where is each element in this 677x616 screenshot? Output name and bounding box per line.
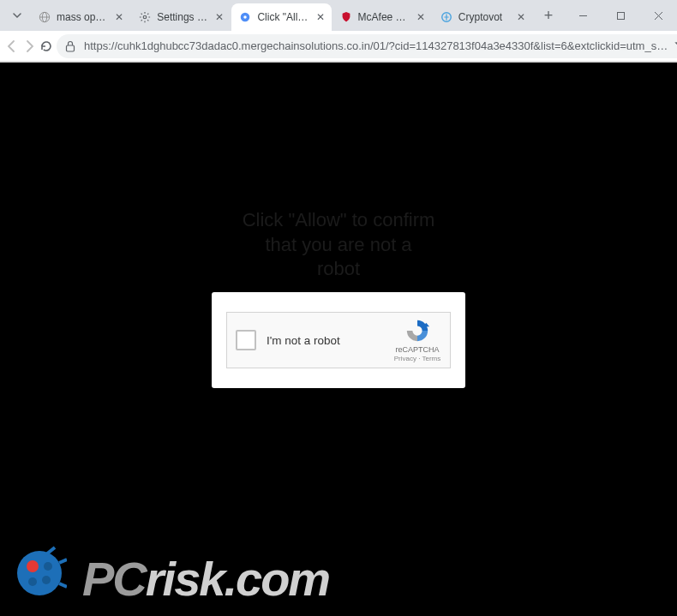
recaptcha-widget: I'm not a robot reCAPTCHA Privacy · Term… <box>226 312 451 368</box>
reload-button[interactable] <box>39 34 53 58</box>
svg-rect-8 <box>617 12 624 19</box>
gear-icon <box>138 10 152 24</box>
svg-point-16 <box>27 560 39 572</box>
tab-cryptovot[interactable]: Cryptovot ✕ <box>433 3 532 31</box>
toolbar: https://cuhk1dghubcc73dadac0.mergechains… <box>0 31 677 62</box>
close-icon[interactable]: ✕ <box>113 11 125 23</box>
tab-title: Settings - Notif <box>157 11 208 23</box>
close-icon[interactable]: ✕ <box>415 11 427 23</box>
shield-icon <box>339 10 353 24</box>
watermark-prefix: PC <box>82 552 146 606</box>
lock-icon <box>65 40 77 52</box>
maximize-icon <box>616 11 626 21</box>
tab-title: Click "Allow" <box>257 11 309 23</box>
logo-icon <box>12 546 67 612</box>
address-bar[interactable]: https://cuhk1dghubcc73dadac0.mergechains… <box>57 34 677 58</box>
back-button[interactable] <box>5 34 19 58</box>
recaptcha-legal[interactable]: Privacy · Terms <box>393 355 441 363</box>
svg-point-18 <box>28 577 37 586</box>
recaptcha-name: reCAPTCHA <box>393 345 441 355</box>
tabstrip: mass opener ✕ Settings - Notif ✕ Click "… <box>0 0 677 31</box>
tab-title: McAfee Total S <box>358 11 410 23</box>
recaptcha-label: I'm not a robot <box>267 334 383 347</box>
svg-line-22 <box>59 583 67 587</box>
watermark-text: PCrisk.com <box>82 551 329 607</box>
close-icon[interactable]: ✕ <box>515 11 527 23</box>
reload-icon <box>39 39 53 53</box>
tab-click-allow[interactable]: Click "Allow" ✕ <box>231 3 331 31</box>
window-controls <box>564 0 677 31</box>
close-icon <box>654 11 663 21</box>
new-tab-button[interactable]: + <box>536 3 560 27</box>
minimize-button[interactable] <box>564 0 602 31</box>
watermark: PCrisk.com <box>12 546 329 612</box>
svg-line-21 <box>59 559 67 563</box>
captcha-card: I'm not a robot reCAPTCHA Privacy · Term… <box>212 292 465 388</box>
page-icon <box>238 10 252 24</box>
close-window-button[interactable] <box>639 0 677 31</box>
tab-title: Cryptovot <box>458 11 510 23</box>
watermark-suffix: risk.com <box>146 552 329 606</box>
close-icon[interactable]: ✕ <box>213 11 225 23</box>
globe-icon <box>38 10 51 24</box>
browser-chrome: mass opener ✕ Settings - Notif ✕ Click "… <box>0 0 677 63</box>
recaptcha-icon <box>404 318 430 344</box>
url-text: https://cuhk1dghubcc73dadac0.mergechains… <box>84 39 668 52</box>
instruction-text: Click "Allow" to confirm that you are no… <box>0 208 677 282</box>
coin-icon <box>440 10 453 24</box>
maximize-button[interactable] <box>602 0 639 31</box>
recaptcha-checkbox[interactable] <box>236 330 256 350</box>
minimize-icon <box>578 11 588 21</box>
tab-title: mass opener <box>57 11 108 23</box>
svg-point-5 <box>244 15 248 19</box>
svg-point-15 <box>17 551 62 595</box>
svg-point-3 <box>143 15 147 19</box>
arrow-right-icon <box>22 39 36 53</box>
arrow-left-icon <box>5 39 19 53</box>
forward-button[interactable] <box>22 34 36 58</box>
svg-point-19 <box>42 576 51 584</box>
page-content: Click "Allow" to confirm that you are no… <box>0 63 677 616</box>
svg-rect-9 <box>67 45 75 51</box>
tab-search-button[interactable] <box>7 5 27 26</box>
tab-mcafee[interactable]: McAfee Total S ✕ <box>333 3 432 31</box>
tab-settings[interactable]: Settings - Notif ✕ <box>131 3 231 31</box>
svg-line-20 <box>46 547 55 554</box>
recaptcha-brand: reCAPTCHA Privacy · Terms <box>393 318 441 362</box>
chevron-down-icon <box>13 11 21 20</box>
svg-point-17 <box>44 562 52 571</box>
close-icon[interactable]: ✕ <box>315 11 327 23</box>
tab-mass-opener[interactable]: mass opener ✕ <box>31 3 130 31</box>
